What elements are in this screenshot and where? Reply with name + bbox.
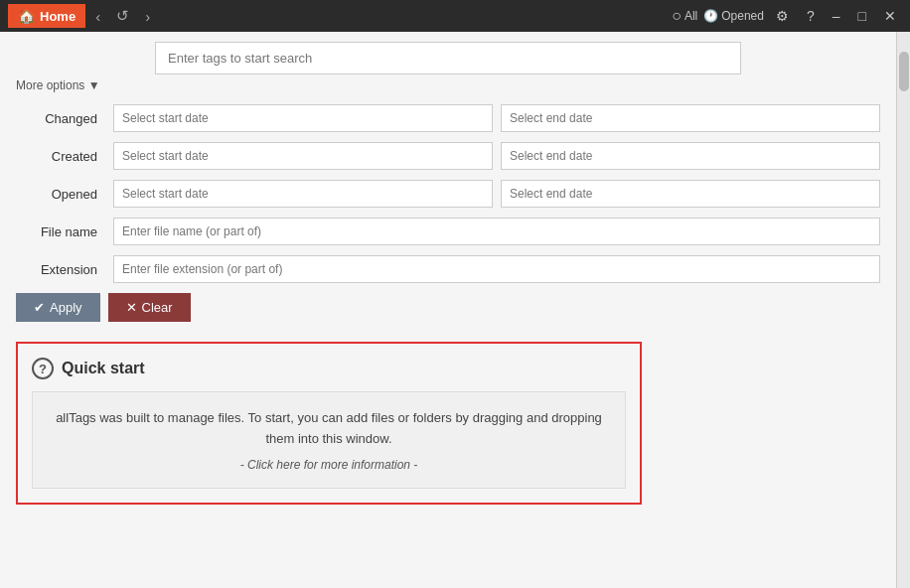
main-content: More options ▼ Changed Created Opened Fi… xyxy=(0,32,910,588)
filename-filter-row: File name xyxy=(16,218,880,245)
filename-input[interactable] xyxy=(113,218,880,245)
apply-check-icon: ✔ xyxy=(34,300,45,315)
clock-icon: 🕐 xyxy=(703,9,718,23)
more-options-toggle[interactable]: More options ▼ xyxy=(16,78,880,92)
back-button[interactable]: ‹ xyxy=(89,6,106,27)
opened-filter-row: Opened xyxy=(16,180,880,208)
apply-button[interactable]: ✔ Apply xyxy=(16,293,100,322)
all-label: All xyxy=(684,9,697,23)
settings-button[interactable]: ⚙ xyxy=(770,6,795,26)
created-end-input[interactable] xyxy=(501,142,880,170)
clear-button[interactable]: ✕ Clear xyxy=(108,293,191,322)
scrollbar[interactable] xyxy=(896,32,910,588)
minimize-button[interactable]: – xyxy=(827,6,846,26)
opened-label: Opened xyxy=(16,187,105,202)
more-options-label: More options ▼ xyxy=(16,78,100,92)
content-area: More options ▼ Changed Created Opened Fi… xyxy=(0,32,896,588)
opened-label: Opened xyxy=(721,9,764,23)
extension-input[interactable] xyxy=(113,255,880,283)
created-label: Created xyxy=(16,149,105,164)
help-circle-icon: ? xyxy=(32,358,54,379)
refresh-button[interactable]: ↺ xyxy=(110,5,135,27)
apply-label: Apply xyxy=(50,300,82,315)
opened-start-input[interactable] xyxy=(113,180,493,208)
circle-icon: ○ xyxy=(672,7,682,25)
quick-start-link[interactable]: - Click here for more information - xyxy=(49,458,609,472)
created-filter-row: Created xyxy=(16,142,880,170)
quick-start-container: ? Quick start allTags was built to manag… xyxy=(16,342,642,505)
search-box xyxy=(155,42,741,74)
home-label: Home xyxy=(40,9,76,24)
home-icon: 🏠 xyxy=(18,8,35,24)
action-buttons: ✔ Apply ✕ Clear xyxy=(16,293,880,322)
changed-filter-row: Changed xyxy=(16,104,880,132)
quick-start-title: Quick start xyxy=(62,360,145,377)
created-start-input[interactable] xyxy=(113,142,493,170)
close-button[interactable]: ✕ xyxy=(878,6,902,26)
changed-start-input[interactable] xyxy=(113,104,493,132)
all-indicator: ○ All xyxy=(672,7,697,25)
extension-label: Extension xyxy=(16,262,105,277)
clear-x-icon: ✕ xyxy=(126,300,137,315)
quick-start-box[interactable]: allTags was built to manage files. To st… xyxy=(32,391,626,489)
extension-filter-row: Extension xyxy=(16,255,880,283)
search-input[interactable] xyxy=(155,42,741,74)
forward-button[interactable]: › xyxy=(139,6,156,27)
title-bar-right: ○ All 🕐 Opened ⚙ ? – □ ✕ xyxy=(672,6,902,26)
quick-start-header: ? Quick start xyxy=(32,358,626,379)
opened-end-input[interactable] xyxy=(501,180,880,208)
scrollbar-thumb[interactable] xyxy=(899,52,909,91)
changed-label: Changed xyxy=(16,111,105,126)
clear-label: Clear xyxy=(142,300,173,315)
changed-end-input[interactable] xyxy=(501,104,880,132)
quick-start-body: allTags was built to manage files. To st… xyxy=(49,408,609,450)
help-button[interactable]: ? xyxy=(801,6,821,26)
title-bar: 🏠 Home ‹ ↺ › ○ All 🕐 Opened ⚙ ? – □ ✕ xyxy=(0,0,910,32)
opened-indicator: 🕐 Opened xyxy=(703,9,764,23)
filename-label: File name xyxy=(16,224,105,239)
home-button[interactable]: 🏠 Home xyxy=(8,4,85,28)
maximize-button[interactable]: □ xyxy=(852,6,872,26)
